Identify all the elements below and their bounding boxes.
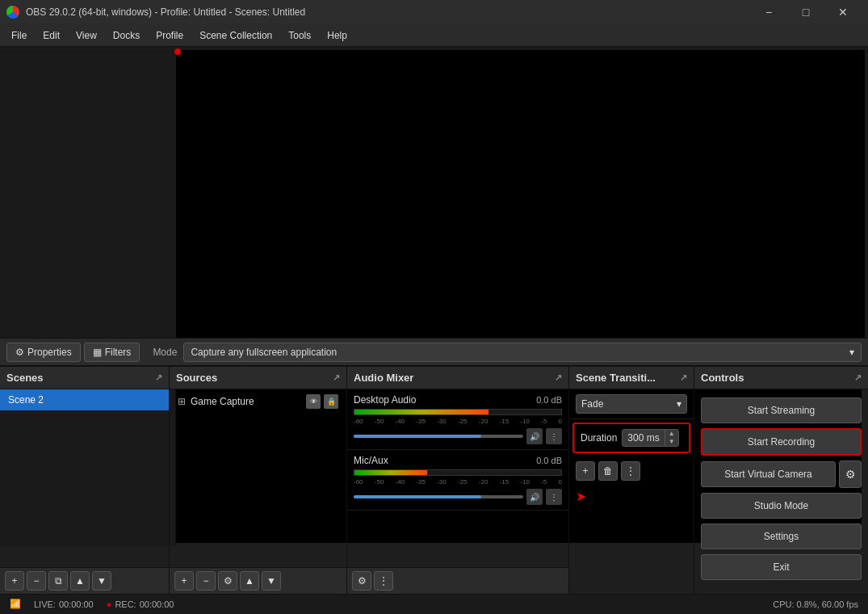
sources-up-button[interactable]: ▲: [240, 571, 259, 591]
menu-tools-2[interactable]: Tools: [280, 27, 319, 44]
scenes-down-button[interactable]: ▼: [92, 571, 111, 591]
sources-add-button[interactable]: +: [174, 571, 194, 591]
minimize-button-2[interactable]: −: [750, 0, 787, 24]
properties-button[interactable]: ⚙ Properties: [6, 343, 81, 362]
source-item-1[interactable]: ⊞ Game Capture 👁 🔒: [170, 389, 346, 414]
studio-mode-button[interactable]: Studio Mode: [701, 493, 862, 519]
scene-item-label-1: Scene 2: [8, 394, 44, 406]
audio-more-button[interactable]: ⋮: [374, 571, 393, 591]
audio-toolbar: ⚙ ⋮: [347, 567, 568, 594]
minus-icon-sources: −: [203, 575, 208, 587]
chevron-down-icon-mode: ▾: [849, 347, 854, 358]
source-item-actions: 👁 🔒: [306, 394, 338, 409]
scenes-title: Scenes: [6, 372, 44, 384]
scenes-add-button[interactable]: +: [5, 571, 24, 591]
maximize-button-2[interactable]: □: [787, 0, 824, 24]
live-status: LIVE: 00:00:00: [34, 599, 94, 609]
transition-arrow-area: ➤: [569, 486, 694, 507]
duration-decrement-button[interactable]: ▼: [665, 438, 678, 446]
desktop-audio-more-button[interactable]: ⋮: [546, 428, 562, 444]
menu-help-2[interactable]: Help: [319, 27, 355, 44]
transition-add-button[interactable]: +: [576, 461, 595, 481]
mic-aux-volume-slider[interactable]: [354, 495, 523, 498]
controls-buttons: Start Streaming Start Recording Start Vi…: [694, 389, 868, 593]
virtual-camera-row: Start Virtual Camera ⚙: [701, 460, 862, 488]
audio-title: Audio Mixer: [354, 372, 413, 384]
preview-canvas-main[interactable]: [176, 50, 865, 338]
transition-type-dropdown[interactable]: Fade ▾: [576, 394, 687, 414]
scene-item-1[interactable]: Scene 2: [0, 389, 169, 410]
menu-file-2[interactable]: File: [3, 27, 35, 44]
mode-dropdown[interactable]: Capture any fullscreen application ▾: [183, 343, 862, 362]
controls-panel-header: Controls ↗: [694, 367, 868, 389]
desktop-audio-meter: [354, 409, 562, 415]
scenes-copy-button[interactable]: ⧉: [48, 571, 68, 591]
gear-icon-virtual-camera: ⚙: [845, 468, 856, 481]
controls-panel: Controls ↗ Start Streaming Start Recordi…: [694, 367, 868, 593]
duration-row: Duration 300 ms ▲ ▼: [572, 423, 690, 453]
source-visibility-button[interactable]: 👁: [306, 394, 321, 409]
exit-button[interactable]: Exit: [701, 554, 862, 580]
menu-scene-collection-2[interactable]: Scene Collection: [191, 27, 280, 44]
mode-label: Mode: [153, 347, 177, 358]
controls-panel-popup-icon: ↗: [854, 372, 862, 383]
rec-time: 00:00:00: [140, 599, 174, 609]
mic-aux-mute-button[interactable]: 🔊: [526, 489, 543, 505]
transition-more-button[interactable]: ⋮: [621, 461, 640, 481]
menu-view-2[interactable]: View: [68, 27, 105, 44]
audio-channels: Desktop Audio 0.0 dB -60-50-40-35-30-25-…: [347, 389, 568, 566]
menu-docks-2[interactable]: Docks: [105, 27, 148, 44]
mic-aux-header: Mic/Aux 0.0 dB: [354, 455, 562, 466]
scenes-panel-header: Scenes ↗: [0, 367, 169, 389]
scenes-remove-button[interactable]: −: [27, 571, 46, 591]
mic-aux-more-button[interactable]: ⋮: [546, 489, 562, 505]
chevron-down-icon-transition: ▾: [677, 398, 681, 410]
transition-remove-button[interactable]: 🗑: [598, 461, 618, 481]
plus-icon-transition: +: [582, 465, 588, 477]
mic-aux-volume-fill: [354, 495, 481, 498]
scenes-panel-popup-icon: ↗: [155, 372, 162, 383]
duration-spinbox[interactable]: 300 ms ▲ ▼: [622, 429, 678, 447]
duration-increment-button[interactable]: ▲: [665, 430, 678, 438]
transitions-title: Scene Transiti...: [576, 372, 656, 384]
source-lock-button[interactable]: 🔒: [324, 394, 338, 409]
menubar-2: File Edit View Docks Profile Scene Colle…: [0, 24, 868, 47]
desktop-audio-meter-bar: [354, 410, 489, 414]
sources-panel-popup-icon: ↗: [333, 372, 340, 383]
sources-down-button[interactable]: ▼: [262, 571, 281, 591]
start-virtual-camera-button[interactable]: Start Virtual Camera: [701, 461, 836, 487]
transition-type-value: Fade: [581, 398, 603, 410]
live-time: 00:00:00: [59, 599, 94, 609]
mic-aux-meter-labels: -60-50-40-35-30-25-20-15-10-50: [354, 478, 562, 486]
obs-logo-icon-2: [6, 6, 19, 19]
eye-icon-source: 👁: [310, 397, 317, 406]
game-capture-icon: ⊞: [178, 396, 186, 407]
menu-profile-2[interactable]: Profile: [148, 27, 191, 44]
mic-aux-channel: Mic/Aux 0.0 dB -60-50-40-35-30-25-20-15-…: [347, 450, 568, 511]
filters-label: Filters: [105, 347, 132, 358]
sources-configure-button[interactable]: ⚙: [218, 571, 237, 591]
desktop-audio-volume-slider[interactable]: [354, 435, 523, 438]
properties-bar: ⚙ Properties ▦ Filters Mode Capture any …: [0, 338, 868, 366]
start-recording-button[interactable]: Start Recording: [701, 428, 862, 456]
speaker-icon-desktop: 🔊: [530, 432, 539, 441]
scenes-list: Scene 2: [0, 389, 169, 566]
desktop-audio-header: Desktop Audio 0.0 dB: [354, 394, 562, 406]
titlebar-2: OBS 29.0.2 (64-bit, windows) - Profile: …: [0, 0, 868, 24]
cpu-status: CPU: 0.8%, 60.00 fps: [773, 599, 858, 609]
settings-button[interactable]: Settings: [701, 524, 862, 549]
desktop-audio-channel: Desktop Audio 0.0 dB -60-50-40-35-30-25-…: [347, 389, 568, 450]
scenes-up-button[interactable]: ▲: [70, 571, 90, 591]
audio-settings-button[interactable]: ⚙: [352, 571, 371, 591]
filters-button[interactable]: ▦ Filters: [84, 343, 140, 362]
menu-edit-2[interactable]: Edit: [35, 27, 68, 44]
start-streaming-button[interactable]: Start Streaming: [701, 397, 862, 423]
virtual-camera-settings-button[interactable]: ⚙: [839, 460, 862, 488]
filter-icon-props: ▦: [93, 347, 102, 358]
rec-label: REC:: [115, 599, 136, 609]
close-button-2[interactable]: ✕: [824, 0, 862, 24]
source-item-label-1: Game Capture: [191, 396, 254, 407]
desktop-audio-mute-button[interactable]: 🔊: [526, 428, 543, 444]
sources-remove-button[interactable]: −: [196, 571, 216, 591]
mic-aux-meter-bar: [354, 470, 427, 475]
